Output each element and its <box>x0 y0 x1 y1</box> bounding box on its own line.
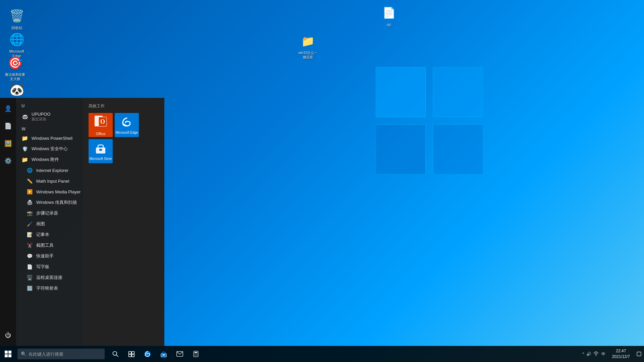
win10-file-label: win10怎么一键还原 <box>299 51 317 59</box>
clock-time: 22:47 <box>612 348 630 354</box>
tile-office[interactable]: O Office <box>89 113 113 137</box>
tiles-area: 高效工作 O Office <box>83 98 164 346</box>
math-input-icon: ✏️ <box>26 178 33 184</box>
start-user-icon[interactable]: 👤 <box>0 101 16 117</box>
svg-rect-21 <box>129 352 131 354</box>
taskbar-search-input[interactable] <box>29 352 96 357</box>
start-button[interactable] <box>0 346 16 362</box>
notification-button[interactable] <box>634 346 644 362</box>
svg-rect-31 <box>195 352 197 353</box>
sjc-icon: 📄 <box>381 5 397 21</box>
start-menu-left-sidebar: 👤 📄 🖼️ ⚙️ ⏻ <box>0 98 16 346</box>
quick-assist-icon: 💬 <box>26 253 33 259</box>
system-tray-icons: ^ 🔊 <box>582 351 599 357</box>
svg-point-32 <box>195 354 195 355</box>
svg-rect-17 <box>5 354 8 357</box>
svg-rect-18 <box>8 354 11 357</box>
start-documents-icon[interactable]: 📄 <box>0 118 16 134</box>
svg-point-38 <box>595 355 596 356</box>
tray-volume-icon[interactable]: 🔊 <box>586 352 591 356</box>
taskbar-store-icon[interactable] <box>156 346 172 362</box>
tiles-section-title: 高效工作 <box>89 103 159 109</box>
desktop-icon-recycle-bin[interactable]: 🗑️ 回收站 <box>3 7 30 32</box>
clock-date: 2021/12/7 <box>612 354 630 360</box>
powershell-label: Windows PowerShell <box>32 136 89 141</box>
store-tile-label: Microsoft Store <box>89 157 112 161</box>
taskbar-task-view-icon[interactable] <box>123 346 140 362</box>
taskbar-edge-icon[interactable] <box>140 346 156 362</box>
ie-icon: 🌐 <box>26 167 33 174</box>
recycle-bin-label: 回收站 <box>11 25 22 30</box>
svg-rect-27 <box>163 354 165 356</box>
tray-language[interactable]: 中 <box>601 351 605 357</box>
tray-network-icon[interactable] <box>593 351 599 357</box>
powershell-folder-icon: 📁 <box>21 135 28 141</box>
upupoo-app-icon: 🐼 <box>21 113 28 120</box>
svg-text:O: O <box>100 118 105 125</box>
taskbar-search-icon-btn[interactable] <box>107 346 123 362</box>
svg-point-19 <box>113 352 117 356</box>
edge-tile-label: Microsoft Edge <box>116 131 138 134</box>
win10-file-icon: 📁 <box>300 33 316 49</box>
edge-icon: 🌐 <box>9 32 25 48</box>
accessories-label: Windows 附件 <box>32 157 90 163</box>
sjc-label: sjc <box>387 22 391 27</box>
char-map-icon: 🔣 <box>26 285 33 292</box>
office-tile-icon: O <box>94 114 107 130</box>
svg-rect-14 <box>99 149 102 151</box>
taskbar-search-icon: 🔍 <box>21 351 26 357</box>
svg-rect-23 <box>129 354 131 357</box>
store-tile-icon <box>95 142 107 156</box>
security-label: Windows 安全中心 <box>32 146 91 152</box>
office-tile-label: Office <box>96 132 106 136</box>
taskbar-search-box[interactable]: 🔍 <box>17 349 105 359</box>
taskbar: 🔍 <box>0 346 644 362</box>
svg-rect-16 <box>8 351 11 354</box>
tray-chevron[interactable]: ^ <box>582 352 584 356</box>
taskbar-clock[interactable]: 22:47 2021/12/7 <box>608 348 634 360</box>
taskbar-calculator-icon[interactable] <box>188 346 204 362</box>
security-icon: 🛡️ <box>21 145 28 152</box>
tiles-grid: O Office Microsoft Edge <box>89 113 159 163</box>
taskbar-right-area: ^ 🔊 中 22:47 2021/12/7 <box>582 346 644 362</box>
notepad-icon: 📝 <box>26 231 33 238</box>
recycle-bin-icon: 🗑️ <box>9 8 25 24</box>
start-settings-icon[interactable]: ⚙️ <box>0 153 16 169</box>
paint-icon: 🖌️ <box>26 221 33 227</box>
svg-rect-15 <box>5 351 8 354</box>
tile-store[interactable]: Microsoft Store <box>89 139 113 163</box>
svg-point-33 <box>196 354 196 355</box>
svg-point-36 <box>196 355 196 356</box>
start-pictures-icon[interactable]: 🖼️ <box>0 135 16 152</box>
upupoo-app-sublabel: 最近添加 <box>32 117 50 122</box>
taskbar-mail-icon[interactable] <box>172 346 188 362</box>
desktop-icon-magic[interactable]: 🎯 魔法储系统重支大拥 <box>2 54 29 82</box>
start-menu: 👤 📄 🖼️ ⚙️ ⏻ U 🐼 UPUPOO 最近添加 W 📁 Windows … <box>0 98 164 346</box>
upupoo-app-label: UPUPOO <box>32 112 50 117</box>
wordpad-icon: 📄 <box>26 263 33 270</box>
fax-scan-icon: 🖨️ <box>26 199 33 206</box>
media-player-icon: ▶️ <box>26 188 33 195</box>
desktop-icon-win10-file[interactable]: 📁 win10怎么一键还原 <box>294 32 321 61</box>
desktop-icon-sjc[interactable]: 📄 sjc <box>376 3 402 28</box>
svg-point-34 <box>197 354 198 355</box>
remote-desktop-icon: 🖥️ <box>26 274 33 281</box>
svg-point-37 <box>197 355 198 356</box>
svg-rect-22 <box>132 352 135 354</box>
accessories-folder-icon: 📁 <box>21 156 28 163</box>
snipping-icon: ✂️ <box>26 242 33 249</box>
upupoo-app-text: UPUPOO 最近添加 <box>32 112 50 122</box>
svg-point-35 <box>195 355 195 356</box>
magic-icon: 🎯 <box>7 55 23 71</box>
taskbar-app-icons <box>107 346 204 362</box>
magic-label: 魔法储系统重支大拥 <box>5 72 25 81</box>
svg-line-20 <box>116 355 118 357</box>
steps-recorder-icon: 📸 <box>26 210 33 217</box>
upupoo-icon: 🐼 <box>9 82 25 98</box>
edge-tile-icon <box>121 116 133 129</box>
svg-rect-24 <box>132 354 135 357</box>
svg-rect-39 <box>637 352 641 356</box>
tile-edge[interactable]: Microsoft Edge <box>115 113 139 137</box>
start-power-icon[interactable]: ⏻ <box>0 327 16 343</box>
